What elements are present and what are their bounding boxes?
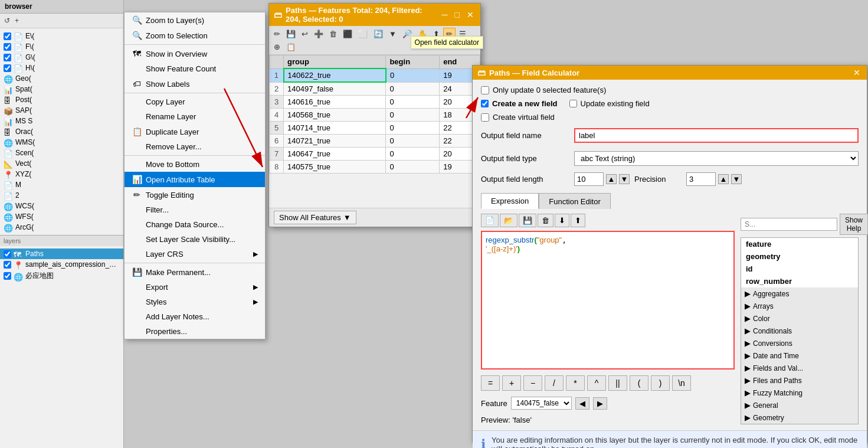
list-item[interactable]: 📄G\( bbox=[0, 52, 123, 63]
cell-begin[interactable]: 0 bbox=[386, 161, 440, 174]
cell-begin[interactable]: 0 bbox=[386, 122, 440, 135]
op-concat[interactable]: || bbox=[608, 375, 627, 391]
update-existing-checkbox[interactable] bbox=[569, 100, 577, 107]
ctx-open-attribute-table[interactable]: 📊 Open Attribute Table bbox=[125, 172, 265, 187]
table-row[interactable]: 2 140497_false 0 24 bbox=[270, 82, 480, 96]
ctx-styles[interactable]: Styles ▶ bbox=[125, 295, 265, 309]
ctx-move-to-bottom[interactable]: Move to Bottom bbox=[125, 157, 265, 172]
expr-export-btn[interactable]: ⬆ bbox=[571, 214, 585, 227]
op-plus[interactable]: + bbox=[502, 375, 521, 391]
list-item[interactable]: 🌐WFS( bbox=[0, 211, 123, 222]
ctx-scale-visibility[interactable]: Set Layer Scale Visibility... bbox=[125, 232, 265, 247]
list-item[interactable]: 📍XYZ( bbox=[0, 169, 123, 179]
ctx-zoom-selection[interactable]: 🔍 Zoom to Selection bbox=[125, 28, 265, 43]
ctx-rename-layer[interactable]: Rename Layer bbox=[125, 109, 265, 124]
cell-begin[interactable]: 0 bbox=[386, 96, 440, 109]
sidebar-add-btn[interactable]: + bbox=[13, 15, 21, 26]
func-category-item[interactable]: ▶Aggregates bbox=[741, 287, 858, 300]
attr-filter-btn[interactable]: ▼ bbox=[386, 28, 399, 40]
expr-import-btn[interactable]: ⬇ bbox=[555, 214, 569, 227]
attr-undo-btn[interactable]: ↩ bbox=[299, 28, 310, 40]
table-row[interactable]: 4 140568_true 0 18 bbox=[270, 109, 480, 122]
col-group[interactable]: group bbox=[284, 55, 386, 69]
virtual-field-checkbox[interactable] bbox=[481, 113, 489, 122]
expr-open-btn[interactable]: 📂 bbox=[500, 214, 517, 227]
list-item[interactable]: 🌐Geo( bbox=[0, 73, 123, 84]
attr-delete-btn[interactable]: 🗑 bbox=[327, 28, 339, 40]
layer-bing-map[interactable]: 🌐 必应地图 bbox=[0, 270, 123, 282]
tab-function-editor[interactable]: Function Editor bbox=[539, 193, 610, 209]
cell-group[interactable]: 140714_true bbox=[284, 122, 386, 135]
ctx-copy-layer[interactable]: Copy Layer bbox=[125, 94, 265, 109]
op-caret[interactable]: ^ bbox=[587, 375, 606, 391]
func-list-item[interactable]: row_number bbox=[741, 275, 858, 287]
ctx-toggle-editing[interactable]: ✏ Toggle Editing bbox=[125, 187, 265, 202]
list-item[interactable]: 📐Vect( bbox=[0, 158, 123, 169]
attr-zoom-full-btn[interactable]: ⊕ bbox=[271, 41, 283, 53]
func-category-item[interactable]: ▶Conversions bbox=[741, 337, 858, 349]
field-calc-close-btn[interactable]: ✕ bbox=[851, 68, 862, 77]
ctx-show-labels[interactable]: 🏷 Show Labels bbox=[125, 76, 265, 91]
precision-up[interactable]: ▲ bbox=[718, 174, 729, 184]
func-category-item[interactable]: ▶Files and Paths bbox=[741, 374, 858, 387]
func-category-item[interactable]: ▶General bbox=[741, 399, 858, 411]
table-row[interactable]: 3 140616_true 0 20 bbox=[270, 96, 480, 109]
cell-begin[interactable]: 0 bbox=[386, 135, 440, 148]
attr-invert-sel-btn[interactable]: 🔄 bbox=[371, 28, 385, 40]
table-row[interactable]: 8 140575_true 0 19 bbox=[270, 161, 480, 174]
ctx-change-data-source[interactable]: Change Data Source... bbox=[125, 217, 265, 232]
cell-group[interactable]: 140647_true bbox=[284, 148, 386, 161]
tab-expression[interactable]: Expression bbox=[481, 193, 539, 209]
list-item[interactable]: 🌐WMS( bbox=[0, 137, 123, 148]
func-category-item[interactable]: ▶Arrays bbox=[741, 300, 858, 312]
list-item[interactable]: 🗄Post( bbox=[0, 94, 123, 105]
table-row[interactable]: 7 140647_true 0 20 bbox=[270, 148, 480, 161]
list-item[interactable]: 📊Spat( bbox=[0, 84, 123, 94]
ctx-export[interactable]: Export ▶ bbox=[125, 280, 265, 295]
attr-copy-btn[interactable]: 📋 bbox=[284, 41, 298, 53]
field-length-up[interactable]: ▲ bbox=[606, 174, 617, 184]
cell-group[interactable]: 140497_false bbox=[284, 82, 386, 96]
attr-table-maximize-btn[interactable]: □ bbox=[453, 10, 461, 19]
ctx-filter[interactable]: Filter... bbox=[125, 202, 265, 217]
cell-group[interactable]: 140721_true bbox=[284, 135, 386, 148]
expression-editor[interactable]: regexp_substr("group", '_([a-z]+)') bbox=[481, 231, 735, 369]
expr-delete-btn[interactable]: 🗑 bbox=[538, 214, 553, 227]
attr-table-minimize-btn[interactable]: ─ bbox=[440, 10, 450, 19]
feature-next-btn[interactable]: ▶ bbox=[593, 397, 607, 410]
cell-begin[interactable]: 0 bbox=[386, 148, 440, 161]
list-item[interactable]: 📦SAP( bbox=[0, 105, 123, 116]
table-row[interactable]: 1 140622_true 0 19 bbox=[270, 68, 480, 82]
func-search-input[interactable] bbox=[741, 218, 837, 231]
create-new-field-checkbox[interactable] bbox=[481, 100, 489, 107]
attr-save-btn[interactable]: 💾 bbox=[284, 28, 298, 40]
attr-select-btn[interactable]: ⬛ bbox=[340, 28, 355, 40]
ctx-add-layer-notes[interactable]: Add Layer Notes... bbox=[125, 309, 265, 324]
func-category-item[interactable]: ▶Geometry bbox=[741, 411, 858, 424]
list-item[interactable]: 📄M bbox=[0, 179, 123, 190]
ctx-show-overview[interactable]: 🗺 Show in Overview bbox=[125, 46, 265, 61]
output-field-name-input[interactable] bbox=[574, 128, 859, 143]
feature-select[interactable]: 140475_false 140622_true bbox=[511, 397, 572, 410]
ctx-show-feature-count[interactable]: Show Feature Count bbox=[125, 61, 265, 76]
list-item[interactable]: 🌐WCS( bbox=[0, 201, 123, 211]
attr-table-close-btn[interactable]: ✕ bbox=[465, 10, 476, 19]
precision-input[interactable] bbox=[686, 172, 716, 186]
expr-save-btn[interactable]: 💾 bbox=[519, 214, 536, 227]
cell-group[interactable]: 140575_true bbox=[284, 161, 386, 174]
op-divide[interactable]: / bbox=[545, 375, 564, 391]
list-item[interactable]: 📄H\( bbox=[0, 63, 123, 73]
precision-down[interactable]: ▼ bbox=[731, 174, 742, 184]
func-list-item[interactable]: feature bbox=[741, 238, 858, 250]
feature-prev-btn[interactable]: ◀ bbox=[575, 397, 589, 410]
op-open-paren[interactable]: ( bbox=[630, 375, 648, 391]
col-begin[interactable]: begin bbox=[386, 55, 440, 69]
op-equals[interactable]: = bbox=[481, 375, 500, 391]
layer-sample-ais[interactable]: 📍 sample_ais_compression_cluster_0 bbox=[0, 259, 123, 270]
op-newline[interactable]: \n bbox=[672, 375, 691, 391]
cell-begin[interactable]: 0 bbox=[386, 82, 440, 96]
list-item[interactable]: 📄F\( bbox=[0, 41, 123, 52]
op-close-paren[interactable]: ) bbox=[651, 375, 670, 391]
func-category-item[interactable]: ▶Color bbox=[741, 312, 858, 325]
ctx-remove-layer[interactable]: Remove Layer... bbox=[125, 139, 265, 154]
